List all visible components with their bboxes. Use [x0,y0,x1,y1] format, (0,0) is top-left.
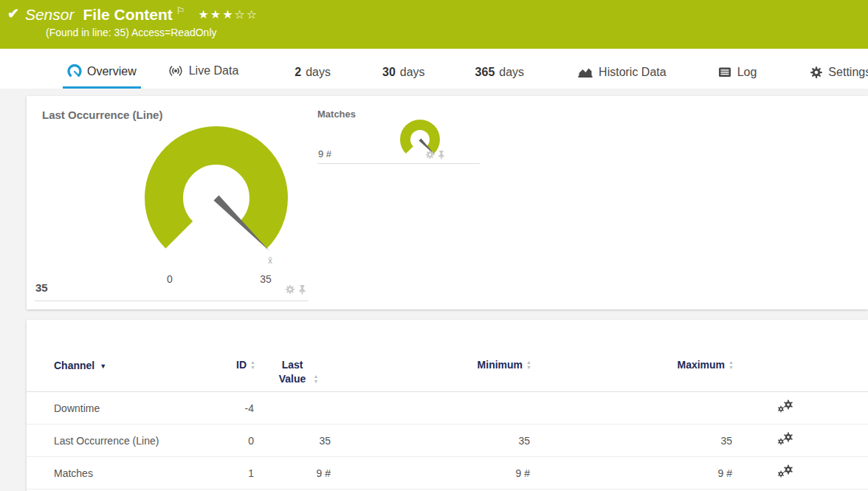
cell-id: -4 [227,402,257,414]
tab-number: 2 [294,66,301,79]
channel-settings-gears-icon[interactable] [777,432,795,447]
channel-table: Channel ▼ ID ▲▼ Last Value ▲▼ Minimum ▲▼… [27,320,868,490]
gear-icon[interactable] [285,284,295,295]
gear-icon[interactable] [425,150,435,159]
object-kind-label: Sensor [25,5,75,24]
matches-gauge-title: Matches [317,109,356,120]
priority-flag-icon[interactable]: ⚐ [176,6,185,16]
tab-label: days [400,66,425,79]
cell-channel: Last Occurrence (Line) [54,435,227,447]
column-header-channel[interactable]: Channel ▼ [54,358,227,374]
pin-icon[interactable] [298,284,306,295]
cell-id: 0 [227,435,257,447]
tab-number: 365 [475,66,495,79]
sort-icon[interactable]: ▲▼ [250,360,255,372]
gear-icon [810,66,823,79]
column-header-minimum[interactable]: Minimum ▲▼ [337,358,533,372]
channel-table-header: Channel ▼ ID ▲▼ Last Value ▲▼ Minimum ▲▼… [27,358,868,392]
channel-settings-gears-icon[interactable] [777,399,795,414]
primary-gauge [106,106,327,290]
cell-channel: Downtime [54,402,227,414]
divider [317,163,480,164]
primary-gauge-tools [285,284,306,295]
tab-number: 30 [382,66,396,79]
gauge-icon [67,64,82,79]
sensor-header: ✔ Sensor File Content ⚐ ★★★☆☆ (Found in … [0,0,868,49]
tab-log[interactable]: Log [713,65,762,89]
cell-minimum: 35 [337,435,533,447]
tab-settings[interactable]: Settings [805,66,868,89]
tab-label: Live Data [189,64,239,78]
table-row-downtime: Downtime -4 [27,392,868,425]
primary-gauge-average-marker: x̄ [268,255,272,266]
log-icon [717,65,732,79]
column-label: Maximum [677,358,725,372]
primary-gauge-value: 35 [35,281,48,294]
channel-settings-gears-icon[interactable] [777,464,795,479]
cell-last-value: 9 # [257,467,337,479]
cell-id: 1 [227,467,257,479]
priority-stars[interactable]: ★★★☆☆ [198,7,258,21]
broadcast-icon [168,63,184,79]
tab-30-days[interactable]: 30 days [378,66,430,89]
area-chart-icon [577,65,593,79]
divider [35,301,309,301]
column-header-maximum[interactable]: Maximum ▲▼ [533,358,735,372]
sensor-name: File Content [83,5,172,24]
tab-2-days[interactable]: 2 days [290,66,335,89]
column-label: Channel [54,359,94,373]
table-row-last-occurrence: Last Occurrence (Line) 0 35 35 35 [27,425,868,457]
matches-gauge-value: 9 # [318,148,331,159]
status-ok-check-icon: ✔ [7,5,19,23]
column-label: Last Value [275,358,310,386]
primary-gauge-scale-max: 35 [251,273,280,285]
cell-maximum: 9 # [533,467,735,479]
tab-label: days [306,66,331,79]
column-label: Minimum [478,358,523,372]
cell-channel: Matches [54,467,227,479]
cell-maximum: 35 [533,435,735,447]
matches-gauge-tools [425,150,445,159]
stars-filled[interactable]: ★★★ [198,8,234,21]
table-row-matches: Matches 1 9 # 9 # 9 # [27,457,868,490]
tab-label: days [499,66,524,79]
column-header-id[interactable]: ID ▲▼ [227,358,257,372]
tab-live-data[interactable]: Live Data [163,63,244,89]
sort-icon[interactable]: ▲▼ [314,374,319,384]
cell-minimum: 9 # [337,467,533,479]
tab-label: Overview [87,65,137,78]
cell-last-value: 35 [257,435,337,447]
sort-icon[interactable]: ▲▼ [526,360,531,372]
primary-gauge-scale-min: 0 [155,273,185,285]
column-label: ID [236,358,247,372]
tab-label: Log [737,66,757,79]
sort-icon[interactable]: ▲▼ [728,360,734,372]
channel-table-panel: Channel ▼ ID ▲▼ Last Value ▲▼ Minimum ▲▼… [27,320,868,491]
tab-365-days[interactable]: 365 days [471,66,529,89]
tab-overview[interactable]: Overview [63,64,141,89]
tab-label: Settings [828,66,868,79]
sensor-last-message: (Found in line: 35) Access=ReadOnly [46,27,868,38]
stars-empty[interactable]: ☆☆ [234,8,258,21]
chevron-down-icon: ▼ [100,360,106,374]
tab-historic-data[interactable]: Historic Data [573,65,671,89]
gauges-panel: Last Occurrence (Line) 0 35 x̄ 35 Matche… [27,96,868,309]
tab-bar: Overview Live Data 2 days 30 days 365 da… [0,49,868,89]
sensor-overview-page: ✔ Sensor File Content ⚐ ★★★☆☆ (Found in … [0,0,868,491]
tab-label: Historic Data [599,66,666,79]
column-header-last-value[interactable]: Last Value ▲▼ [257,358,337,386]
pin-icon[interactable] [438,150,445,159]
